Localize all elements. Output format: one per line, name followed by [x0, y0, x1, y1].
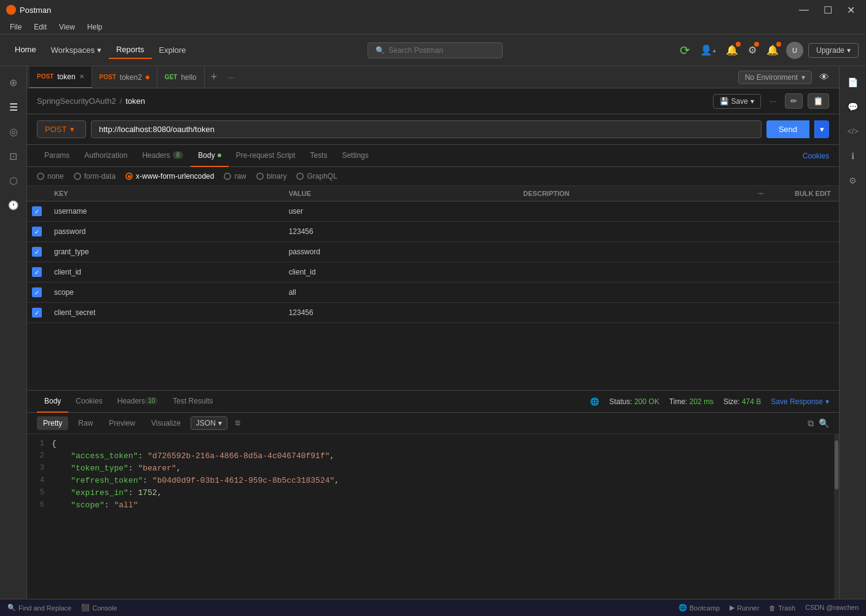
row6-key[interactable]: client_secret — [49, 305, 284, 321]
find-replace-button[interactable]: 🔍 Find and Replace — [7, 604, 71, 612]
row4-value[interactable]: client_id — [284, 264, 519, 280]
binary-radio[interactable] — [256, 173, 264, 180]
tab-headers[interactable]: Headers 8 — [135, 145, 191, 167]
row1-checkbox[interactable] — [32, 206, 42, 216]
row2-key[interactable]: password — [49, 224, 284, 240]
word-wrap-button[interactable]: ≡ — [231, 416, 244, 430]
preview-button[interactable]: Preview — [103, 416, 141, 430]
right-panel-code[interactable]: </> — [842, 120, 864, 142]
console-button[interactable]: ⬛ Console — [81, 604, 117, 612]
row4-desc[interactable] — [518, 268, 753, 276]
notifications-button[interactable]: 🔔 — [723, 42, 741, 58]
search-response-button[interactable]: 🔍 — [819, 418, 829, 429]
scrollbar[interactable] — [834, 434, 839, 599]
sidebar-collections[interactable]: ☰ — [2, 96, 25, 118]
tab-token[interactable]: POST token ✕ — [30, 66, 92, 88]
nav-home[interactable]: Home — [7, 41, 44, 59]
environment-selector[interactable]: No Environment ▾ — [738, 71, 812, 84]
body-urlencoded-option[interactable]: x-www-form-urlencoded — [125, 172, 214, 181]
graphql-radio[interactable] — [296, 173, 304, 180]
sidebar-monitors[interactable]: ⬡ — [2, 170, 25, 192]
avatar[interactable]: U — [786, 42, 803, 59]
right-panel-comments[interactable]: 💬 — [842, 96, 864, 118]
raw-button[interactable]: Raw — [72, 416, 99, 430]
tab-close-icon[interactable]: ✕ — [79, 73, 84, 80]
more-options-button[interactable]: ··· — [766, 94, 780, 108]
tab-pre-request[interactable]: Pre-request Script — [229, 145, 303, 167]
tab-tests[interactable]: Tests — [302, 145, 334, 167]
send-dropdown-button[interactable]: ▾ — [814, 120, 829, 138]
search-input[interactable] — [388, 46, 487, 55]
row1-desc[interactable] — [518, 208, 753, 215]
tab-settings[interactable]: Settings — [334, 145, 376, 167]
url-input[interactable] — [91, 120, 762, 138]
resp-tab-cookies[interactable]: Cookies — [68, 391, 109, 413]
documentation-button[interactable]: 📋 — [808, 93, 829, 109]
visualize-button[interactable]: Visualize — [145, 416, 187, 430]
row2-checkbox[interactable] — [32, 227, 42, 236]
row6-checkbox[interactable] — [32, 308, 42, 318]
row4-checkbox[interactable] — [32, 267, 42, 277]
nav-explore[interactable]: Explore — [152, 42, 194, 58]
row6-desc[interactable] — [518, 309, 753, 316]
save-button[interactable]: 💾 Save ▾ — [713, 94, 761, 109]
save-chevron-icon[interactable]: ▾ — [750, 97, 754, 106]
close-button[interactable]: ✕ — [842, 3, 860, 17]
right-panel-docs[interactable]: 📄 — [842, 71, 864, 93]
right-panel-info[interactable]: ℹ — [842, 145, 864, 167]
trash-button[interactable]: 🗑 Trash — [769, 604, 795, 612]
nav-reports[interactable]: Reports — [109, 41, 152, 59]
menu-help[interactable]: Help — [82, 21, 108, 33]
sidebar-new-request[interactable]: ⊕ — [2, 71, 25, 93]
copy-response-button[interactable]: ⧉ — [808, 418, 814, 429]
menu-file[interactable]: File — [5, 21, 26, 33]
bootcamp-button[interactable]: 🌐 Bootcamp — [679, 604, 720, 612]
row3-checkbox[interactable] — [32, 247, 42, 257]
resp-tab-body[interactable]: Body — [37, 391, 68, 413]
method-dropdown[interactable]: POST ▾ — [37, 120, 86, 138]
edit-button[interactable]: ✏ — [785, 93, 803, 109]
bell-button[interactable]: 🔔 — [764, 42, 781, 58]
row5-key[interactable]: scope — [49, 284, 284, 300]
row3-key[interactable]: grant_type — [49, 244, 284, 260]
row4-key[interactable]: client_id — [49, 264, 284, 280]
body-none-option[interactable]: none — [37, 172, 64, 181]
row5-checkbox[interactable] — [32, 287, 42, 297]
bulk-edit-button[interactable]: Bulk Edit — [790, 190, 839, 197]
runner-button[interactable]: ▶ Runner — [730, 604, 759, 612]
tab-params[interactable]: Params — [37, 145, 77, 167]
tab-hello[interactable]: GET hello — [157, 66, 205, 88]
breadcrumb-collection[interactable]: SpringSecurityOAuth2 — [37, 96, 116, 106]
upgrade-button[interactable]: Upgrade ▾ — [808, 43, 859, 58]
menu-edit[interactable]: Edit — [29, 21, 52, 33]
send-button[interactable]: Send — [766, 120, 809, 138]
urlencoded-radio[interactable] — [125, 173, 133, 180]
row6-value[interactable]: 123456 — [284, 305, 519, 321]
row2-desc[interactable] — [518, 228, 753, 235]
json-format-selector[interactable]: JSON ▾ — [191, 416, 227, 430]
sync-button[interactable]: ⟳ — [677, 41, 693, 60]
eye-icon[interactable]: 👁 — [817, 69, 832, 85]
body-graphql-option[interactable]: GraphQL — [296, 172, 337, 181]
resp-tab-test-results[interactable]: Test Results — [165, 391, 220, 413]
tab-body[interactable]: Body — [191, 145, 228, 167]
more-tabs-button[interactable]: ··· — [223, 73, 239, 82]
raw-radio[interactable] — [224, 173, 231, 180]
body-form-data-option[interactable]: form-data — [74, 172, 116, 181]
right-panel-settings[interactable]: ⚙ — [842, 170, 864, 192]
save-response-button[interactable]: Save Response ▾ — [771, 397, 829, 406]
menu-view[interactable]: View — [54, 21, 80, 33]
row1-key[interactable]: username — [49, 203, 284, 219]
tab-token2[interactable]: POST token2 — [92, 66, 157, 88]
sidebar-environments[interactable]: ◎ — [2, 120, 25, 142]
new-tab-button[interactable]: + — [205, 71, 224, 84]
row1-value[interactable]: user — [284, 203, 519, 219]
sidebar-mock-servers[interactable]: ⊡ — [2, 145, 25, 167]
search-box[interactable]: 🔍 — [368, 42, 503, 58]
scrollbar-thumb[interactable] — [835, 440, 838, 489]
form-data-radio[interactable] — [74, 173, 81, 180]
row3-desc[interactable] — [518, 248, 753, 255]
row5-desc[interactable] — [518, 289, 753, 296]
invite-button[interactable]: 👤+ — [698, 42, 718, 58]
maximize-button[interactable]: ☐ — [819, 3, 837, 17]
